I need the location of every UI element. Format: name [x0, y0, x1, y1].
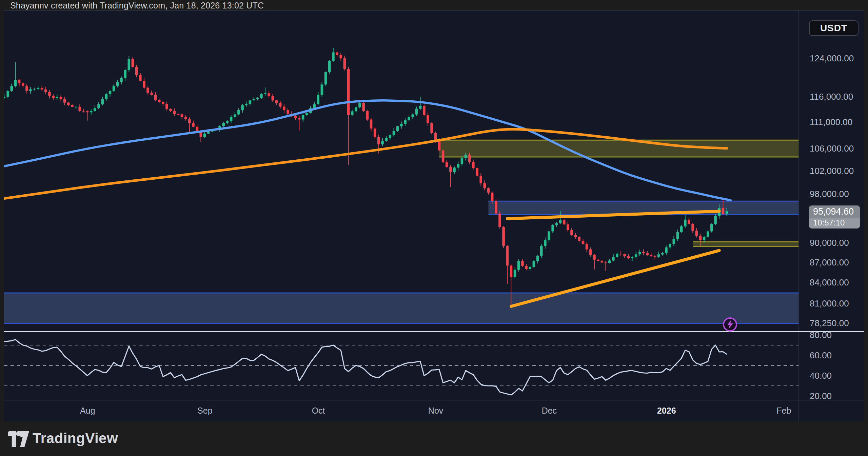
price-axis-label: 106,000.00 [810, 143, 854, 154]
price-axis-label: 87,000.00 [810, 257, 849, 267]
rsi-axis-label: 80.00 [810, 330, 832, 340]
price-axis-label: 84,000.00 [810, 277, 849, 288]
price-axis-label: 111,000.00 [810, 117, 852, 127]
last-price-badge: 95,094.60 10:57:10 [809, 205, 860, 229]
time-axis-label-nov: Nov [428, 406, 443, 416]
price-axis-label: 90,000.00 [810, 238, 849, 248]
last-price-value: 95,094.60 [809, 205, 860, 218]
time-axis-label-sep: Sep [197, 406, 212, 416]
price-axis-label: 102,000.00 [810, 165, 854, 176]
rsi-bottom-separator [4, 400, 864, 400]
time-axis-label-2026: 2026 [657, 406, 676, 416]
tradingview-wordmark[interactable]: TradingView [33, 430, 118, 447]
price-axis-label: 98,000.00 [810, 189, 849, 199]
rsi-line[interactable] [4, 340, 727, 395]
price-chart-canvas[interactable] [4, 10, 798, 421]
price-axis-label: 81,000.00 [810, 298, 849, 309]
price-axis-label: 78,250.00 [810, 318, 849, 329]
candles-up [4, 53, 728, 277]
price-axis-label: 124,000.00 [810, 53, 854, 64]
time-axis-label-dec: Dec [542, 406, 557, 416]
rsi-axis-label: 60.00 [810, 350, 832, 361]
attribution-bar: Shayannv created with TradingView.com, J… [0, 0, 868, 10]
time-axis-label-oct: Oct [312, 406, 325, 416]
chart-region: 124,000.00116,000.00111,000.00106,000.00… [4, 10, 864, 421]
footer-bar: TradingView [0, 422, 868, 456]
bar-countdown: 10:57:10 [809, 218, 860, 229]
support-zone-80k[interactable] [4, 293, 798, 323]
tradingview-logo-icon[interactable] [8, 431, 29, 447]
tradingview-screenshot: Shayannv created with TradingView.com, J… [0, 0, 868, 456]
retest-band-90k[interactable] [693, 242, 798, 246]
rsi-axis-label: 20.00 [810, 391, 832, 401]
attribution-text: Shayannv created with TradingView.com, J… [10, 1, 264, 11]
price-axis-label: 116,000.00 [810, 92, 853, 102]
time-axis-label-aug: Aug [80, 406, 95, 416]
time-axis-label-feb: Feb [776, 406, 791, 416]
price-axis-border [798, 10, 799, 421]
flash-marker-icon[interactable] [722, 316, 738, 333]
supply-zone-106k[interactable] [439, 140, 798, 157]
rsi-axis-label: 40.00 [810, 371, 832, 381]
candle-wicks-up [4, 48, 727, 278]
quote-currency-chip[interactable]: USDT [809, 20, 859, 36]
ma-slow-orange[interactable] [4, 129, 727, 198]
pane-top-border [4, 10, 864, 11]
candles-down [18, 53, 724, 277]
candle-wicks-down [19, 52, 723, 305]
